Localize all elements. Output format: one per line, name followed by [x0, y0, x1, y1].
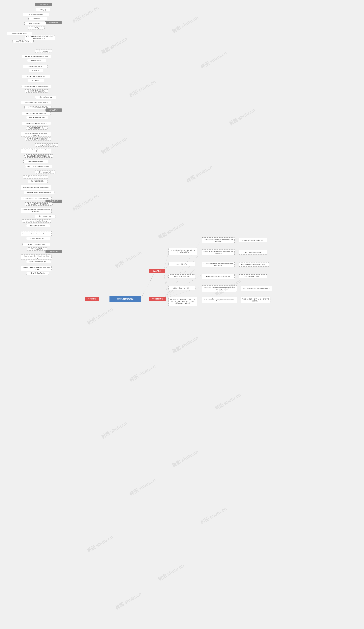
canvas: 树图 shutu.cn 树图 shutu.cn 树图 shutu.cn 树图 s…	[0, 0, 364, 629]
watermark-20: 树图 shutu.cn	[199, 505, 228, 525]
example-2-zh: 把黄油入糖混合搅拌至混匀细腻。	[239, 250, 267, 255]
node-heartbeat-en: The heart makes from seventy to eighty b…	[21, 266, 52, 271]
node-silver-en: They beat the silver thin.	[23, 175, 48, 178]
watermark-6: 树图 shutu.cn	[228, 107, 257, 127]
example-5-en: 5. India while not racking up such an im…	[202, 285, 237, 292]
left-main-node[interactable]: beat的用法	[85, 297, 99, 301]
meaning-n: n. 节拍；（鼓的）一击；管区；	[169, 286, 195, 290]
watermark-7: 树图 shutu.cn	[100, 135, 129, 156]
node-dead-en: Can you beat him dead at one blow?你能一拳将他…	[21, 208, 52, 213]
node-drum-en: He was beating a drum.	[23, 65, 47, 68]
watermark-17: 树图 shutu.cn	[100, 420, 129, 440]
watermark-8: 树图 shutu.cn	[185, 164, 214, 184]
node-heart-stopped-en: His heart stopped beating.	[7, 32, 32, 35]
node-father-en: His father beat him for being disobedien…	[21, 85, 51, 88]
node-pulse-zh: 脉搏跳正常。	[28, 17, 47, 20]
svg-line-11	[164, 264, 200, 299]
node-s-adj: S+ ~ +n./pron.+adj.	[35, 170, 55, 174]
meaning-vt-vi: vt.& vi. 接连地打击	[169, 262, 195, 266]
svg-line-1	[141, 272, 155, 299]
section-trans-1: 用作及物动词	[45, 109, 62, 112]
node-quilt-zh: 她敲打被子好使它柔和些。	[26, 116, 48, 119]
meaning-vi: vi.（心脏等）跳动；搏击；（风、雨等）吹打；（鸟）拍翅膀飞	[169, 248, 197, 255]
node-pulse-en: My pulse beats normally.	[23, 13, 49, 16]
node-door-zh: 有人在敲门。	[28, 79, 44, 82]
node-heart-desc: m,his heart ceased to beat,在下午两点二十五分他的心脏…	[25, 35, 55, 40]
node-gong-zh: 这间屋子因锣声而格外更亮。	[26, 260, 51, 263]
center-node[interactable]: beat的用法总结大全	[109, 296, 141, 302]
node-how-en: It beats me how he did it.	[23, 160, 48, 163]
example-1-zh: 总统捶胸顿足，称那是个错误的交易。	[239, 238, 267, 242]
node-pickpocket-en: They beat the pickpocket bleeding.	[22, 219, 51, 223]
watermark-5: 树图 shutu.cn	[128, 78, 157, 99]
node-invitation-en: It beats me that they turned down the in…	[21, 148, 51, 153]
watermark-23: 树图 shutu.cn	[114, 591, 143, 611]
watermark-22: 树图 shutu.cn	[157, 562, 185, 583]
node-door-en: Somebody was beating the door.	[22, 75, 50, 78]
watermark-11: 树图 shutu.cn	[114, 249, 143, 269]
node-tom-zh: 汤姆的老板常把他打得青一块紫一块的。	[24, 191, 54, 194]
watermark-19: 树图 shutu.cn	[128, 477, 157, 497]
watermark-3: 树图 shutu.cn	[171, 14, 200, 34]
watermark-16: 树图 shutu.cn	[214, 392, 242, 412]
right-main-examples[interactable]: beat的用法例句	[149, 297, 166, 301]
node-pickpocket-zh: 他们把小偷打得流出血了。	[26, 224, 50, 227]
svg-line-4	[164, 252, 169, 272]
watermark-21: 树图 shutu.cn	[86, 534, 114, 554]
meaning-vt: vt. 打败；敲打；控制；超越	[169, 274, 195, 278]
node-wife-zh: 他打了他的妻子叫她按照他的话...	[24, 106, 51, 109]
node-heard-zh: 我们听到远处鼓声。	[27, 247, 47, 251]
node-mosquito-zh: 她想把蚊子赶走。	[27, 59, 46, 62]
watermark-10: 树图 shutu.cn	[157, 221, 185, 241]
right-main-meaning[interactable]: beat的意思	[149, 269, 165, 273]
section-verb-header: 用作动词(v.)	[35, 3, 52, 6]
node-drum-zh: 他正在打鼓。	[29, 69, 43, 72]
section-trans-2: 用作及物动词	[45, 200, 62, 203]
watermark-14: 树图 shutu.cn	[171, 335, 200, 355]
example-3-zh: 在昨天的比赛中,瑞士队以2比1战胜了美国队。	[239, 262, 269, 267]
watermark-4: 树图 shutu.cn	[199, 50, 228, 70]
watermark-2: 树图 shutu.cn	[100, 36, 129, 56]
node-enemy-en: The enemy soldier beat the peasant blood…	[21, 197, 52, 200]
node-wife-en: He beat his wife to let her obey his ord…	[21, 101, 51, 104]
node-invitation-zh: 他们竟然拒绝邀请使我大感迷惑不解。	[24, 155, 53, 157]
node-silver-zh: 他们把银器砸到很薄。	[28, 180, 48, 183]
section-noun: 用作名词(n.)	[45, 250, 62, 253]
watermark-18: 树图 shutu.cn	[171, 449, 200, 469]
svg-line-8	[164, 272, 169, 300]
example-2-en: 2. Blend the butter with the sugar and b…	[202, 249, 235, 255]
example-3-en: 3. In yesterday's games, Switzerland bea…	[202, 262, 235, 267]
node-heart-beating-zh: 他的心脏还在跳动。	[24, 22, 46, 25]
node-heartbeat-zh: 心脏每分钟跳70至80次。	[26, 272, 49, 275]
example-6-en: 6. He pounced on the photographer, beat …	[202, 297, 237, 303]
node-60sec-zh: 鼓是每60秒敲一次的鼓。	[26, 237, 50, 240]
example-5-zh: 印度尽管得分没有大胜，却也以比分战胜了日本	[241, 286, 272, 291]
connector-lines	[0, 0, 364, 629]
svg-line-7	[164, 272, 169, 289]
node-at-225: At 2.25 p	[28, 26, 45, 29]
node-heard-en: We heard the beat of a drum.	[22, 243, 50, 246]
node-60sec-en: It was one beat of the drum every 60 sec…	[21, 231, 52, 236]
node-bigdrum-en: They beat hard a big drum to urge the so…	[21, 132, 51, 137]
node-it-clause: It ~ sn./pron.+that/wh-clause	[35, 144, 58, 147]
example-1-en: 1. The president beat his breast and cal…	[202, 237, 235, 243]
node-s-n: S+ ~+n./pron.	[35, 49, 52, 53]
watermark-1: 树图 shutu.cn	[72, 4, 100, 24]
watermark-13: 树图 shutu.cn	[86, 306, 114, 326]
node-heart-stopped-zh: 他的心脏停止了跳动。	[12, 40, 34, 43]
node-s-ing: S+ ~ +n./pron.+ing	[35, 215, 55, 218]
node-bigdrum-zh: 他们擂着一面大鼓,催促士兵前进。	[25, 137, 51, 141]
example-6-zh: 他突然扑向摄影师，猛打了他一顿，还摔碎了他的照相机。	[241, 297, 271, 303]
meaning-adj: adj.（美国口语）疲乏一般的；（形容 B）"反传统一代"；感到；摇滚音乐的；（…	[169, 297, 197, 306]
node-how-zh: 我简直不明白这件事他是怎么做的。	[25, 165, 52, 168]
watermark-15: 树图 shutu.cn	[128, 363, 157, 383]
example-4-zh: 他曾一次殴打了我哥哥的孩子。	[239, 274, 267, 278]
section-intrans: 用不及物动词	[45, 21, 62, 24]
example-4-en: 4. He beat up on my brother's kid one ti…	[202, 274, 235, 279]
node-gong-en: The room resounded with each beat of the…	[21, 255, 52, 260]
watermark-9: 树图 shutu.cn	[72, 192, 100, 212]
node-rug-en: She was beating the rug to clean it.	[22, 122, 51, 125]
node-mosquito-en: She tried to beat the mosquitoes away.	[22, 55, 51, 58]
node-father-zh: 他父亲因为他不听话而打他。	[25, 89, 48, 93]
node-s-to-v: +S+ ~+n./pron.+to v	[35, 96, 56, 99]
